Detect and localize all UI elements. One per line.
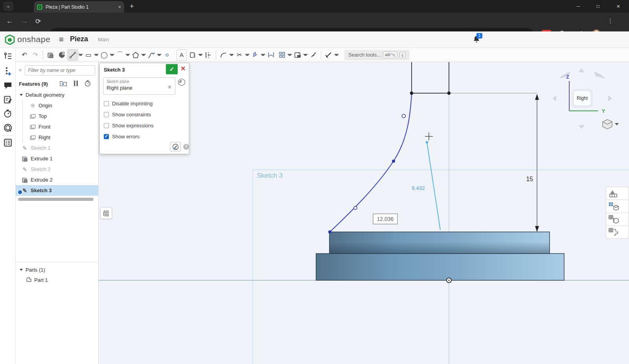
trim-caret-icon[interactable] (245, 54, 250, 56)
filter-funnel-icon[interactable] (19, 67, 22, 74)
origin-marker[interactable] (447, 278, 451, 283)
feature-list-icon[interactable] (4, 52, 12, 61)
notes-icon[interactable] (4, 95, 12, 104)
spline-tool-button[interactable] (146, 50, 156, 61)
fillet-caret-icon[interactable] (229, 54, 234, 56)
sketch-options-button[interactable] (170, 142, 181, 151)
line-tool-caret-icon[interactable] (78, 54, 83, 56)
suppress-pause-icon[interactable] (72, 80, 79, 86)
spline-caret-icon[interactable] (157, 54, 162, 56)
document-title[interactable]: Pieza (70, 35, 88, 43)
circle-tool-button[interactable]: ◯ (99, 50, 109, 61)
checkbox-icon[interactable] (104, 123, 109, 128)
circle-caret-icon[interactable] (110, 54, 114, 56)
redo-button[interactable]: ↷ (30, 50, 40, 61)
point-tool-button[interactable] (162, 50, 172, 61)
feature-list-toggle-button[interactable] (100, 207, 112, 219)
final-state-clock-icon[interactable] (178, 78, 186, 86)
onshape-wordmark[interactable]: onshape (17, 35, 50, 44)
document-menu-icon[interactable]: ≡ (59, 35, 64, 44)
sketch-tool-icon[interactable] (57, 50, 67, 61)
pattern-tool-button[interactable] (277, 50, 287, 61)
feature-row-extrude1[interactable]: Extrude 1 (16, 153, 98, 164)
use-caret-icon[interactable] (198, 54, 203, 56)
collapse-caret-icon[interactable] (20, 269, 23, 271)
use-project-tool-button[interactable] (188, 50, 198, 61)
construction-tool-button[interactable] (203, 50, 213, 61)
sketch-lines-top[interactable] (412, 62, 449, 93)
polygon-tool-button[interactable] (131, 50, 141, 61)
import-dxf-button[interactable] (292, 50, 303, 61)
back-icon[interactable]: ← (6, 17, 13, 25)
feature-row-sketch3[interactable]: ✎Sketch 3 (16, 185, 98, 196)
collapse-caret-icon[interactable] (20, 94, 23, 96)
notifications-bell-icon[interactable]: 1 (473, 35, 480, 43)
checkbox-icon[interactable] (104, 112, 109, 117)
polygon-caret-icon[interactable] (141, 54, 146, 56)
part-solid[interactable] (316, 232, 564, 280)
feature-row-extrude2[interactable]: Extrude 2 (16, 175, 98, 185)
extrude-tool-icon[interactable] (46, 50, 56, 61)
sketch-plane-field[interactable]: Sketch plane Right plane ✕ (103, 77, 175, 95)
fillet-tool-button[interactable] (219, 50, 229, 61)
dock-display-states-button[interactable] (606, 187, 629, 200)
reload-icon[interactable]: ⟳ (35, 17, 41, 26)
window-minimize-button[interactable]: ─ (569, 0, 587, 13)
transform-caret-icon[interactable] (261, 54, 265, 56)
feature-row-right[interactable]: Right (16, 132, 98, 143)
onshape-assistant-icon[interactable] (4, 123, 12, 132)
bom-table-icon[interactable] (4, 138, 12, 147)
rollback-bar[interactable] (18, 198, 94, 201)
workspace-branch[interactable]: Main (98, 37, 109, 42)
dock-named-views-button[interactable] (606, 200, 629, 213)
trim-tool-button[interactable]: ✂ (234, 50, 245, 61)
rectangle-caret-icon[interactable] (94, 54, 99, 56)
feature-row-sketch1[interactable]: ✎Sketch 1 (16, 143, 98, 153)
import-caret-icon[interactable] (303, 54, 308, 56)
confirm-button[interactable]: ✓ (166, 64, 178, 74)
dialog-help-icon[interactable]: ? (183, 144, 189, 150)
sketch-vertex[interactable] (410, 92, 413, 95)
dock-exploded-view-button[interactable]: x (606, 226, 629, 239)
part-row-part1[interactable]: Part 1 (26, 275, 48, 285)
window-close-button[interactable]: × (609, 0, 627, 13)
measure-caret-icon[interactable] (334, 54, 339, 56)
feature-row-sketch2[interactable]: ✎Sketch 2 (16, 164, 98, 175)
browser-tab[interactable]: Pieza | Part Studio 1 × (34, 1, 124, 13)
rollback-clock-icon[interactable] (84, 80, 91, 86)
feature-row-top[interactable]: Top (16, 111, 98, 121)
cancel-icon[interactable]: ✕ (180, 65, 186, 72)
dimension-15[interactable]: 15 (526, 94, 539, 232)
inspect-tool-button[interactable] (308, 50, 318, 61)
measure-tool-button[interactable] (324, 50, 334, 61)
sketch-vertex[interactable] (447, 92, 451, 95)
view-options-cube-icon[interactable] (603, 119, 619, 129)
tab-search-chevron-icon[interactable]: ⌄ (3, 2, 13, 11)
parts-header-row[interactable]: Parts (1) (20, 265, 45, 275)
feature-row-origin[interactable]: Origin (16, 100, 98, 111)
pattern-caret-icon[interactable] (287, 54, 292, 56)
clear-selection-icon[interactable]: ✕ (167, 84, 172, 90)
checkbox-disable-imprinting[interactable]: Disable imprinting (104, 101, 153, 107)
window-maximize-button[interactable]: □ (589, 0, 607, 13)
feature-filter-input[interactable] (25, 65, 95, 75)
new-tab-button[interactable]: + (130, 2, 134, 11)
dock-section-view-button[interactable] (606, 213, 629, 226)
checkbox-show-errors[interactable]: Show errors (104, 134, 140, 140)
checkbox-icon[interactable] (104, 134, 109, 139)
rectangle-tool-button[interactable]: ▭ (83, 50, 94, 61)
spline-curve[interactable] (328, 95, 412, 233)
new-folder-icon[interactable] (60, 80, 67, 86)
arc-tool-button[interactable]: ⌒ (115, 50, 125, 61)
checkbox-show-constraints[interactable]: Show constraints (104, 112, 151, 118)
checkbox-show-expressions[interactable]: Show expressions (104, 123, 154, 129)
text-tool-button[interactable]: A (177, 50, 187, 61)
checkbox-icon[interactable] (104, 101, 109, 106)
dimension-tool-button[interactable] (266, 50, 276, 61)
configurations-icon[interactable] (4, 67, 12, 75)
forward-icon[interactable]: → (21, 17, 28, 25)
undo-button[interactable]: ↶ (19, 50, 29, 61)
comments-icon[interactable] (4, 81, 12, 90)
history-timer-icon[interactable] (4, 109, 12, 118)
browser-menu-kebab-icon[interactable]: ⋮ (607, 17, 613, 24)
